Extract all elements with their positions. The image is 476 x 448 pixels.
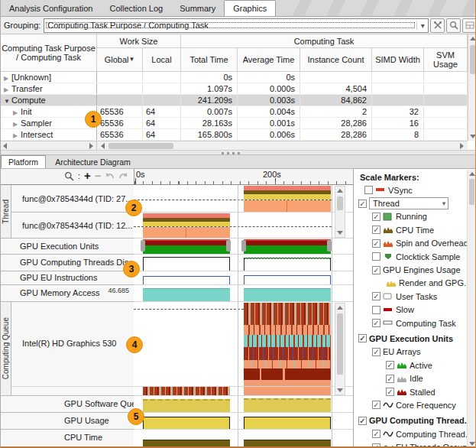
checkbox-checked[interactable]: ✓ bbox=[372, 292, 380, 300]
checkbox-unchecked[interactable] bbox=[364, 186, 373, 194]
zoom-redo-icon[interactable] bbox=[118, 172, 128, 180]
expand-icon[interactable]: ▶ bbox=[13, 132, 21, 139]
scroll-down-icon[interactable] bbox=[337, 388, 343, 392]
checkbox-checked[interactable]: ✓ bbox=[372, 430, 380, 438]
checkbox-checked[interactable]: ✓ bbox=[386, 375, 394, 383]
chart-gpu-memory-access[interactable] bbox=[134, 285, 353, 302]
table-row-sampler[interactable]: ▶Sampler655366428.163s0.001s28,28616 bbox=[1, 118, 468, 129]
grid-horizontal-scrollbar[interactable] bbox=[1, 141, 468, 150]
tab-architecture-diagram[interactable]: Architecture Diagram bbox=[48, 156, 138, 168]
thread-filter-select[interactable]: Thread▾ bbox=[369, 197, 448, 209]
pane-layout-button[interactable] bbox=[462, 18, 476, 33]
scroll-up-icon[interactable] bbox=[337, 306, 343, 310]
tab-collection-log[interactable]: Collection Log bbox=[101, 1, 171, 16]
chart-gpu-computing-threads-dispatched[interactable] bbox=[134, 255, 353, 271]
scroll-down-icon[interactable] bbox=[337, 231, 343, 235]
timeline-ruler[interactable]: 0s 200s bbox=[134, 169, 353, 184]
grid-group-computing-task[interactable]: Computing Task bbox=[181, 34, 468, 48]
timeline-row-label-gpu-usage[interactable]: GPU Usage bbox=[1, 413, 134, 430]
checkbox-checked[interactable]: ✓ bbox=[372, 401, 380, 409]
grid-vertical-scrollbar[interactable] bbox=[468, 34, 476, 141]
timeline-row-label-queue-subrow[interactable] bbox=[11, 387, 134, 396]
scroll-up-icon[interactable] bbox=[337, 189, 343, 193]
collapse-icon[interactable]: ▼ bbox=[4, 98, 11, 105]
chart-thread1[interactable] bbox=[134, 185, 353, 213]
column-header-total-time[interactable]: Total Time bbox=[181, 48, 238, 72]
checkbox-unchecked[interactable] bbox=[372, 306, 380, 314]
zoom-magnifier-icon[interactable] bbox=[64, 171, 74, 181]
checkbox-checked[interactable]: ✓ bbox=[372, 348, 380, 356]
timeline-row-label-intel-hd-graphics[interactable]: Intel(R) HD Graphics 530 bbox=[11, 302, 134, 387]
scroll-left-icon[interactable] bbox=[101, 143, 105, 149]
queue-section-scrollbar[interactable] bbox=[335, 303, 345, 395]
checkbox-checked[interactable]: ✓ bbox=[372, 266, 380, 274]
timeline-row-label-gpu-memory-access[interactable]: GPU Memory Access 46.685 bbox=[1, 285, 134, 302]
chart-computing-queue-subrow[interactable] bbox=[134, 387, 353, 396]
grouping-combobox[interactable]: Computing Task Purpose / Computing Task … bbox=[44, 18, 429, 33]
chart-cpu-time[interactable] bbox=[134, 430, 353, 448]
checkbox-checked[interactable]: ✓ bbox=[358, 200, 367, 208]
scroll-up-icon[interactable] bbox=[469, 172, 475, 176]
pane-splitter[interactable] bbox=[1, 150, 476, 155]
customize-grouping-button[interactable] bbox=[430, 18, 445, 33]
column-header-simd-width[interactable]: SIMD Width bbox=[372, 48, 424, 72]
column-header-local[interactable]: Local bbox=[143, 48, 181, 72]
checkbox-checked[interactable]: ✓ bbox=[372, 226, 380, 234]
scroll-down-icon[interactable] bbox=[469, 442, 475, 446]
tab-platform[interactable]: Platform bbox=[1, 155, 46, 168]
tab-summary[interactable]: Summary bbox=[171, 1, 224, 16]
legend-scrollbar[interactable] bbox=[467, 170, 476, 448]
chart-gpu-execution-units[interactable] bbox=[134, 239, 353, 255]
chart-gpu-eu-instructions[interactable] bbox=[134, 271, 353, 285]
checkbox-checked[interactable]: ✓ bbox=[372, 443, 380, 448]
chart-computing-queue[interactable] bbox=[134, 302, 353, 387]
timeline-row-label-gpu-execution-units[interactable]: GPU Execution Units bbox=[1, 239, 134, 255]
table-row-transfer[interactable]: ▶Transfer1.097s0.000s4,504 bbox=[1, 83, 468, 95]
checkbox-checked[interactable]: ✓ bbox=[372, 319, 380, 327]
expand-icon[interactable]: ▶ bbox=[13, 121, 21, 128]
timeline-row-label-gpu-eu-instructions[interactable]: GPU EU Instructions bbox=[1, 271, 134, 285]
table-row-init[interactable]: ▶Init65536640.007s0.004s232 bbox=[1, 106, 468, 118]
thread-section-scrollbar[interactable] bbox=[335, 186, 345, 238]
column-header-global[interactable]: Global ▼ bbox=[97, 48, 143, 72]
column-header-instance-count[interactable]: Instance Count bbox=[300, 48, 372, 72]
scroll-down-icon[interactable] bbox=[470, 135, 476, 138]
tab-analysis-configuration[interactable]: Analysis Configuration bbox=[1, 1, 101, 16]
timeline-row-label-cpu-time[interactable]: CPU Time bbox=[1, 430, 134, 448]
table-row-intersect[interactable]: ▶Intersect6553664165.800s0.006s28,2868 bbox=[1, 129, 468, 141]
checkbox-checked[interactable]: ✓ bbox=[386, 361, 394, 369]
table-row-unknown[interactable]: ▶[Unknown]0s0s bbox=[1, 72, 468, 83]
zoom-out-button[interactable]: − bbox=[95, 170, 101, 181]
grid-group-work-size[interactable]: Work Size bbox=[97, 34, 181, 48]
scroll-up-icon[interactable] bbox=[470, 37, 476, 41]
chart-gpu-software-queue[interactable] bbox=[134, 396, 353, 413]
expand-icon[interactable]: ▶ bbox=[13, 109, 21, 116]
scroll-right-icon[interactable] bbox=[460, 143, 464, 149]
chevron-down-icon[interactable]: ▾ bbox=[416, 21, 428, 30]
checkbox-checked[interactable]: ✓ bbox=[386, 388, 394, 396]
column-header-svm-usage[interactable]: SVM Usage bbox=[424, 48, 468, 72]
checkbox-checked[interactable]: ✓ bbox=[358, 334, 367, 342]
checkbox-checked[interactable]: ✓ bbox=[372, 239, 380, 248]
column-header-average-time[interactable]: Average Time bbox=[238, 48, 300, 72]
scroll-right-icon[interactable] bbox=[89, 143, 93, 149]
timeline-row-label-gpu-software-queue[interactable]: GPU Software Queue bbox=[1, 396, 134, 413]
search-button[interactable] bbox=[446, 18, 461, 33]
chart-gpu-usage[interactable] bbox=[134, 413, 353, 430]
zoom-in-button[interactable]: + bbox=[84, 170, 91, 181]
checkbox-checked[interactable]: ✓ bbox=[358, 417, 367, 425]
tab-graphics[interactable]: Graphics bbox=[224, 0, 276, 17]
checkbox-unchecked[interactable] bbox=[372, 252, 380, 261]
checkbox-checked[interactable]: ✓ bbox=[372, 213, 380, 221]
scroll-left-icon[interactable] bbox=[3, 143, 7, 149]
chart-thread2[interactable] bbox=[134, 213, 353, 239]
timeline-row-label-thread2[interactable]: func@0x7854344d (TID: 12... bbox=[11, 213, 134, 239]
expand-icon[interactable]: ▶ bbox=[4, 86, 11, 93]
zoom-undo-icon[interactable] bbox=[105, 172, 115, 180]
grid-row-header[interactable]: Computing Task Purpose / Computing Task bbox=[1, 34, 97, 72]
expand-icon[interactable]: ▶ bbox=[4, 75, 11, 82]
timeline-row-label-thread1[interactable]: func@0x7854344d (TID: 27... bbox=[11, 185, 134, 213]
table-row-compute[interactable]: ▼Compute241.209s0.003s84,862 bbox=[1, 95, 468, 106]
chevron-down-icon[interactable]: ▾ bbox=[437, 200, 448, 207]
timeline-row-label-gpu-computing-threads[interactable]: GPU Computing Threads Dis... bbox=[1, 255, 134, 271]
